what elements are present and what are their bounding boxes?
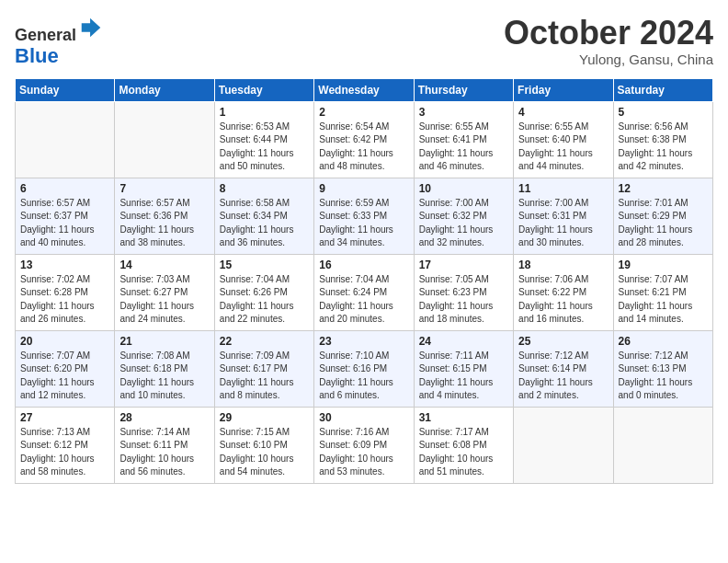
calendar-week-row: 6Sunrise: 6:57 AM Sunset: 6:37 PM Daylig… — [16, 178, 713, 254]
day-number: 19 — [619, 259, 708, 271]
calendar-cell: 27Sunrise: 7:13 AM Sunset: 6:12 PM Dayli… — [16, 407, 115, 483]
day-info: Sunrise: 7:00 AM Sunset: 6:32 PM Dayligh… — [419, 197, 508, 250]
day-number: 13 — [20, 259, 109, 271]
day-info: Sunrise: 7:12 AM Sunset: 6:14 PM Dayligh… — [518, 350, 608, 403]
day-number: 20 — [20, 335, 109, 348]
day-info: Sunrise: 7:02 AM Sunset: 6:28 PM Dayligh… — [20, 273, 109, 327]
calendar-cell: 20Sunrise: 7:07 AM Sunset: 6:20 PM Dayli… — [16, 330, 115, 407]
day-info: Sunrise: 6:56 AM Sunset: 6:38 PM Dayligh… — [619, 121, 708, 174]
day-number: 2 — [319, 106, 408, 119]
day-number: 4 — [518, 106, 608, 119]
day-number: 15 — [220, 259, 309, 271]
calendar-cell: 5Sunrise: 6:56 AM Sunset: 6:38 PM Daylig… — [613, 101, 712, 178]
calendar-cell: 14Sunrise: 7:03 AM Sunset: 6:27 PM Dayli… — [115, 254, 214, 330]
day-info: Sunrise: 7:17 AM Sunset: 6:08 PM Dayligh… — [419, 426, 508, 479]
logo-blue: Blue — [15, 45, 104, 67]
title-block: October 2024 Yulong, Gansu, China — [504, 15, 713, 67]
day-info: Sunrise: 6:55 AM Sunset: 6:41 PM Dayligh… — [419, 121, 508, 174]
day-info: Sunrise: 7:15 AM Sunset: 6:10 PM Dayligh… — [220, 426, 309, 479]
day-number: 25 — [518, 335, 608, 348]
calendar-cell: 15Sunrise: 7:04 AM Sunset: 6:26 PM Dayli… — [214, 254, 313, 330]
day-info: Sunrise: 7:13 AM Sunset: 6:12 PM Dayligh… — [20, 426, 109, 479]
calendar-cell: 2Sunrise: 6:54 AM Sunset: 6:42 PM Daylig… — [314, 101, 414, 178]
calendar-cell: 18Sunrise: 7:06 AM Sunset: 6:22 PM Dayli… — [514, 254, 613, 330]
day-number: 8 — [220, 182, 309, 195]
calendar-cell: 9Sunrise: 6:59 AM Sunset: 6:33 PM Daylig… — [314, 178, 414, 254]
day-number: 21 — [119, 335, 209, 348]
day-number: 5 — [619, 106, 708, 119]
day-number: 1 — [220, 106, 309, 119]
calendar-cell: 31Sunrise: 7:17 AM Sunset: 6:08 PM Dayli… — [414, 407, 513, 483]
day-number: 22 — [220, 335, 309, 348]
day-number: 7 — [119, 182, 209, 195]
weekday-header: Monday — [115, 78, 214, 101]
calendar-cell: 8Sunrise: 6:58 AM Sunset: 6:34 PM Daylig… — [214, 178, 313, 254]
day-info: Sunrise: 7:07 AM Sunset: 6:21 PM Dayligh… — [619, 273, 708, 327]
logo: General Blue — [15, 15, 104, 67]
day-number: 3 — [419, 106, 508, 119]
calendar-cell: 24Sunrise: 7:11 AM Sunset: 6:15 PM Dayli… — [414, 330, 513, 407]
month-title: October 2024 — [504, 15, 713, 52]
calendar-week-row: 27Sunrise: 7:13 AM Sunset: 6:12 PM Dayli… — [16, 407, 713, 483]
day-info: Sunrise: 7:14 AM Sunset: 6:11 PM Dayligh… — [119, 426, 209, 479]
day-info: Sunrise: 7:12 AM Sunset: 6:13 PM Dayligh… — [619, 350, 708, 403]
weekday-header: Sunday — [16, 78, 115, 101]
day-number: 10 — [419, 182, 508, 195]
calendar-cell: 25Sunrise: 7:12 AM Sunset: 6:14 PM Dayli… — [514, 330, 613, 407]
day-number: 11 — [518, 182, 608, 195]
day-number: 17 — [419, 259, 508, 271]
day-info: Sunrise: 6:59 AM Sunset: 6:33 PM Dayligh… — [319, 197, 408, 250]
day-info: Sunrise: 7:07 AM Sunset: 6:20 PM Dayligh… — [20, 350, 109, 403]
calendar-cell: 26Sunrise: 7:12 AM Sunset: 6:13 PM Dayli… — [613, 330, 712, 407]
day-number: 30 — [319, 411, 408, 424]
day-number: 18 — [518, 259, 608, 271]
calendar-cell: 3Sunrise: 6:55 AM Sunset: 6:41 PM Daylig… — [414, 101, 513, 178]
calendar-cell: 28Sunrise: 7:14 AM Sunset: 6:11 PM Dayli… — [115, 407, 214, 483]
logo-text: General — [15, 15, 104, 45]
calendar-cell: 16Sunrise: 7:04 AM Sunset: 6:24 PM Dayli… — [314, 254, 414, 330]
calendar-cell: 19Sunrise: 7:07 AM Sunset: 6:21 PM Dayli… — [613, 254, 712, 330]
day-number: 16 — [319, 259, 408, 271]
svg-marker-0 — [82, 18, 101, 38]
calendar-cell: 29Sunrise: 7:15 AM Sunset: 6:10 PM Dayli… — [214, 407, 313, 483]
calendar-cell: 7Sunrise: 6:57 AM Sunset: 6:36 PM Daylig… — [115, 178, 214, 254]
calendar-week-row: 20Sunrise: 7:07 AM Sunset: 6:20 PM Dayli… — [16, 330, 713, 407]
day-info: Sunrise: 7:05 AM Sunset: 6:23 PM Dayligh… — [419, 273, 508, 327]
day-number: 12 — [619, 182, 708, 195]
day-number: 27 — [20, 411, 109, 424]
day-info: Sunrise: 6:55 AM Sunset: 6:40 PM Dayligh… — [518, 121, 608, 174]
day-info: Sunrise: 7:09 AM Sunset: 6:17 PM Dayligh… — [220, 350, 309, 403]
calendar-cell: 6Sunrise: 6:57 AM Sunset: 6:37 PM Daylig… — [16, 178, 115, 254]
calendar-week-row: 13Sunrise: 7:02 AM Sunset: 6:28 PM Dayli… — [16, 254, 713, 330]
weekday-header: Thursday — [414, 78, 513, 101]
day-number: 26 — [619, 335, 708, 348]
weekday-header-row: SundayMondayTuesdayWednesdayThursdayFrid… — [16, 78, 713, 101]
calendar-cell: 23Sunrise: 7:10 AM Sunset: 6:16 PM Dayli… — [314, 330, 414, 407]
calendar-cell: 30Sunrise: 7:16 AM Sunset: 6:09 PM Dayli… — [314, 407, 414, 483]
day-number: 9 — [319, 182, 408, 195]
logo-general: General — [15, 26, 76, 44]
day-info: Sunrise: 7:08 AM Sunset: 6:18 PM Dayligh… — [119, 350, 209, 403]
page-header: General Blue October 2024 Yulong, Gansu,… — [15, 15, 713, 67]
day-number: 24 — [419, 335, 508, 348]
calendar-cell — [514, 407, 613, 483]
day-info: Sunrise: 7:03 AM Sunset: 6:27 PM Dayligh… — [119, 273, 209, 327]
day-number: 6 — [20, 182, 109, 195]
calendar-cell: 10Sunrise: 7:00 AM Sunset: 6:32 PM Dayli… — [414, 178, 513, 254]
day-info: Sunrise: 7:04 AM Sunset: 6:24 PM Dayligh… — [319, 273, 408, 327]
day-number: 28 — [119, 411, 209, 424]
calendar-table: SundayMondayTuesdayWednesdayThursdayFrid… — [15, 78, 713, 484]
weekday-header: Wednesday — [314, 78, 414, 101]
calendar-cell: 12Sunrise: 7:01 AM Sunset: 6:29 PM Dayli… — [613, 178, 712, 254]
calendar-cell: 1Sunrise: 6:53 AM Sunset: 6:44 PM Daylig… — [214, 101, 313, 178]
day-info: Sunrise: 7:06 AM Sunset: 6:22 PM Dayligh… — [518, 273, 608, 327]
day-number: 29 — [220, 411, 309, 424]
day-number: 14 — [119, 259, 209, 271]
calendar-cell: 22Sunrise: 7:09 AM Sunset: 6:17 PM Dayli… — [214, 330, 313, 407]
calendar-cell: 11Sunrise: 7:00 AM Sunset: 6:31 PM Dayli… — [514, 178, 613, 254]
day-info: Sunrise: 6:58 AM Sunset: 6:34 PM Dayligh… — [220, 197, 309, 250]
day-number: 31 — [419, 411, 508, 424]
day-number: 23 — [319, 335, 408, 348]
day-info: Sunrise: 6:54 AM Sunset: 6:42 PM Dayligh… — [319, 121, 408, 174]
day-info: Sunrise: 6:57 AM Sunset: 6:36 PM Dayligh… — [119, 197, 209, 250]
